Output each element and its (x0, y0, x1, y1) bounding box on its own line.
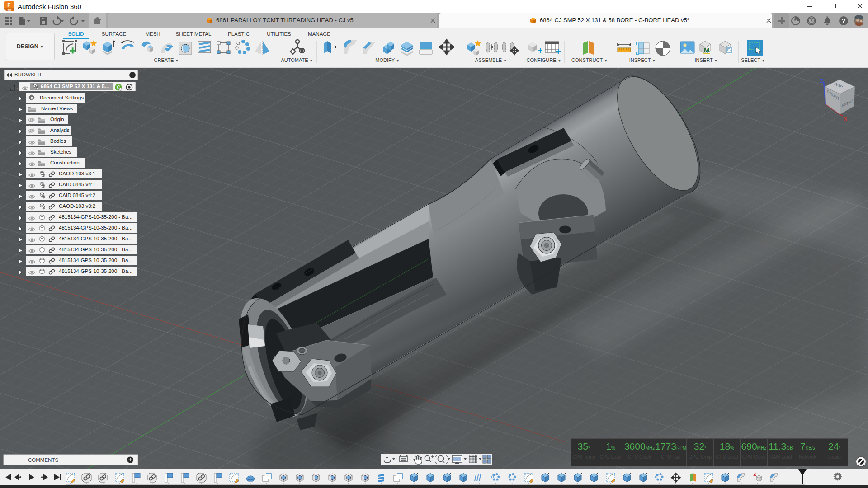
svg-text:COMMENTS: COMMENTS (28, 457, 58, 463)
svg-text:X: X (844, 116, 848, 122)
svg-text:?: ? (842, 17, 846, 24)
svg-text:M: M (704, 46, 710, 54)
svg-text:360: 360 (8, 9, 12, 12)
svg-text:F: F (7, 2, 10, 9)
svg-text:Z: Z (820, 78, 823, 84)
